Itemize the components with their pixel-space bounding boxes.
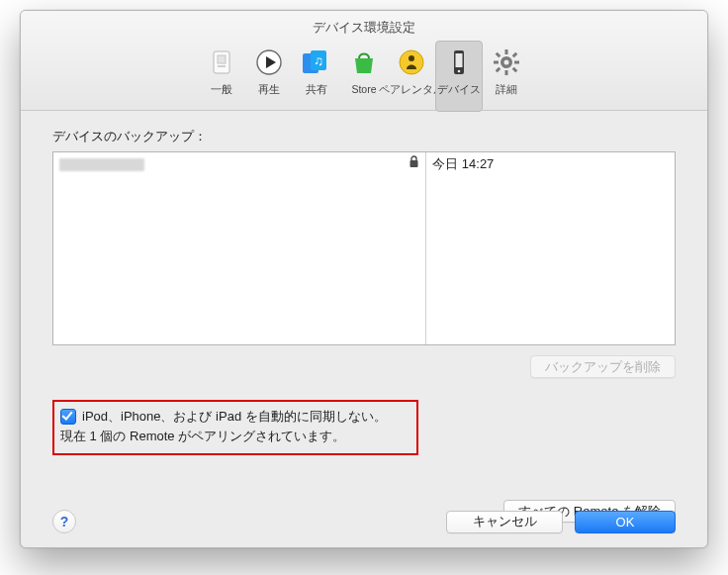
tab-label: 共有: [306, 83, 327, 97]
no-auto-sync-checkbox[interactable]: [60, 409, 76, 425]
svg-point-12: [458, 70, 461, 73]
svg-rect-2: [218, 65, 226, 67]
svg-text:♫: ♫: [314, 53, 323, 68]
window-title: デバイス環境設定: [313, 11, 415, 37]
toolbar-items: 一般 再生 ♫ 共有: [198, 41, 530, 112]
backup-col-time: 今日 14:27: [426, 152, 675, 344]
tab-store[interactable]: Store: [340, 41, 388, 112]
svg-rect-19: [512, 67, 518, 73]
svg-rect-16: [494, 61, 499, 64]
backup-actions: バックアップを削除: [52, 345, 676, 378]
cancel-button[interactable]: キャンセル: [446, 511, 563, 533]
tab-general[interactable]: 一般: [198, 41, 245, 112]
svg-rect-15: [505, 70, 508, 75]
table-row[interactable]: 今日 14:27: [426, 152, 675, 176]
highlighted-options: iPod、iPhone、および iPad を自動的に同期しない。 現在 1 個の…: [52, 400, 418, 455]
no-auto-sync-label: iPod、iPhone、および iPad を自動的に同期しない。: [82, 408, 387, 426]
tab-label: 再生: [258, 83, 280, 97]
content: デバイスのバックアップ： 今日 14:27 バックア: [21, 110, 707, 547]
svg-rect-1: [218, 55, 226, 63]
general-icon: [205, 46, 238, 79]
preferences-window: デバイス環境設定 一般: [20, 10, 708, 548]
tab-label: Store: [351, 83, 376, 95]
sharing-icon: ♫: [300, 46, 333, 79]
svg-rect-21: [512, 52, 518, 58]
svg-rect-14: [505, 49, 508, 54]
tab-playback[interactable]: 再生: [245, 41, 293, 112]
lock-icon: [409, 155, 419, 171]
tab-parental[interactable]: ペアレンタル: [388, 41, 435, 112]
svg-rect-20: [496, 67, 501, 73]
svg-rect-18: [496, 52, 501, 58]
no-auto-sync-row[interactable]: iPod、iPhone、および iPad を自動的に同期しない。: [60, 408, 409, 426]
help-button[interactable]: ?: [52, 510, 76, 533]
backup-table[interactable]: 今日 14:27: [52, 151, 676, 345]
svg-point-8: [400, 50, 423, 74]
svg-rect-23: [410, 160, 418, 167]
tab-label: 詳細: [496, 83, 517, 97]
delete-backup-button[interactable]: バックアップを削除: [530, 355, 676, 378]
pairing-status: 現在 1 個の Remote がペアリングされています。: [60, 428, 409, 445]
backup-time: 今日 14:27: [432, 155, 494, 173]
backup-col-device: [53, 152, 426, 344]
table-row[interactable]: [53, 152, 425, 176]
gear-icon: [490, 46, 523, 79]
svg-rect-11: [456, 53, 463, 67]
parental-icon: [395, 46, 428, 79]
device-name-redacted: [59, 158, 144, 171]
svg-point-9: [409, 55, 414, 61]
tab-devices[interactable]: デバイス: [435, 41, 483, 112]
tab-label: デバイス: [437, 83, 481, 97]
backups-label: デバイスのバックアップ：: [52, 128, 676, 145]
ok-button[interactable]: OK: [575, 511, 676, 533]
device-icon: [442, 46, 476, 79]
svg-rect-17: [514, 61, 519, 64]
tab-label: 一般: [211, 83, 232, 97]
svg-point-22: [504, 60, 509, 65]
tab-sharing[interactable]: ♫ 共有: [293, 41, 340, 112]
tab-advanced[interactable]: 詳細: [483, 41, 530, 112]
footer: ? キャンセル OK: [52, 510, 676, 533]
store-icon: [347, 46, 381, 79]
play-icon: [252, 46, 286, 79]
toolbar: デバイス環境設定 一般: [21, 11, 707, 111]
